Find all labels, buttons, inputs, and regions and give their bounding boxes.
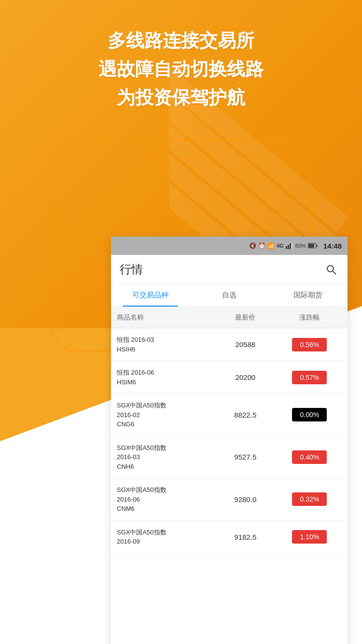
svg-point-7: [327, 266, 334, 272]
phone-screen: 🔇 ⏰ 📶 4G 80%: [111, 237, 348, 644]
col-header-price: 最新价: [213, 313, 278, 322]
search-button[interactable]: [323, 262, 339, 277]
table-row[interactable]: SGX中国A50指数 2016-03 CNH6 9527.5 0.40%: [111, 436, 348, 479]
tab-international[interactable]: 国际期货: [269, 284, 348, 307]
tab-watchlist[interactable]: 自选: [190, 284, 268, 307]
header-line2: 遇故障自动切换线路: [0, 55, 362, 84]
row-price-4: 9527.5: [213, 453, 278, 461]
svg-rect-1: [288, 245, 289, 249]
phone-side-btn-left2: [50, 204, 52, 231]
row-name-4: SGX中国A50指数 2016-03 CNH6: [117, 443, 213, 472]
row-name-5: SGX中国A50指数 2016-06 CNM6: [117, 485, 213, 514]
change-badge-1: 0.56%: [292, 338, 327, 351]
svg-rect-6: [317, 245, 318, 247]
table-row[interactable]: SGX中国A50指数 2016-09 9182.5 1.10%: [111, 521, 348, 554]
row-price-2: 20200: [213, 373, 278, 381]
header-line1: 多线路连接交易所: [0, 27, 362, 55]
phone-side-btn-right: [310, 190, 312, 214]
battery-percent: 80%: [295, 243, 306, 249]
row-change-2: 0.57%: [278, 371, 342, 384]
table-row[interactable]: SGX中国A50指数 2016-02 CNG6 8822.5 0.00%: [111, 394, 348, 436]
table-row[interactable]: 恒指 2016-03 HSIH6 20588 0.56%: [111, 328, 348, 361]
svg-rect-2: [290, 243, 291, 249]
row-price-5: 9280.0: [213, 495, 278, 504]
table-row[interactable]: 恒指 2016-06 HSIM6 20200 0.57%: [111, 361, 348, 394]
svg-rect-5: [308, 244, 314, 248]
alarm-icon: ⏰: [258, 242, 265, 249]
row-price-1: 20588: [213, 340, 278, 349]
svg-rect-0: [286, 246, 287, 249]
change-badge-5: 0.32%: [292, 492, 327, 506]
app-header: 行情: [111, 255, 348, 284]
status-time: 14:48: [323, 242, 342, 250]
row-change-3: 0.00%: [278, 408, 342, 421]
svg-rect-3: [292, 242, 293, 249]
row-name-6: SGX中国A50指数 2016-09: [117, 528, 213, 546]
row-price-6: 9182.5: [213, 533, 278, 541]
table-row[interactable]: SGX中国A50指数 2016-06 CNM6 9280.0 0.32%: [111, 478, 348, 521]
mute-icon: 🔇: [249, 242, 256, 249]
header-line3: 为投资保驾护航: [0, 84, 362, 112]
change-badge-6: 1.10%: [292, 530, 327, 544]
row-change-4: 0.40%: [278, 450, 342, 464]
row-change-1: 0.56%: [278, 338, 342, 351]
phone-side-btn-left1: [50, 180, 52, 197]
svg-line-8: [333, 271, 336, 274]
change-badge-2: 0.57%: [292, 371, 327, 384]
phone-mockup: 🔇 ⏰ 📶 4G 80%: [51, 140, 311, 644]
tab-navigation: 可交易品种 自选 国际期货: [111, 284, 348, 307]
status-icons: 🔇 ⏰ 📶 4G 80%: [249, 242, 318, 249]
phone-camera: [148, 154, 156, 162]
row-change-6: 1.10%: [278, 530, 342, 544]
header-text-block: 多线路连接交易所 遇故障自动切换线路 为投资保驾护航: [0, 27, 362, 112]
row-name-3: SGX中国A50指数 2016-02 CNG6: [117, 401, 213, 429]
signal-icon: [286, 242, 293, 249]
row-name-1: 恒指 2016-03 HSIH6: [117, 335, 213, 354]
row-price-3: 8822.5: [213, 411, 278, 419]
app-title: 行情: [120, 262, 323, 277]
change-badge-4: 0.40%: [292, 450, 327, 464]
search-icon: [325, 264, 337, 275]
tab-tradable[interactable]: 可交易品种: [111, 284, 190, 307]
row-name-2: 恒指 2016-06 HSIM6: [117, 368, 213, 387]
row-change-5: 0.32%: [278, 492, 342, 506]
status-bar: 🔇 ⏰ 📶 4G 80%: [111, 237, 348, 255]
table-body: 恒指 2016-03 HSIH6 20588 0.56% 恒指 2016-06 …: [111, 328, 348, 554]
change-badge-3: 0.00%: [292, 408, 327, 421]
col-header-name: 商品名称: [117, 313, 213, 322]
battery-icon: [308, 243, 318, 249]
col-header-change: 涨跌幅: [278, 313, 342, 322]
network-type: 4G: [277, 243, 284, 249]
table-header: 商品名称 最新价 涨跌幅: [111, 307, 348, 328]
wifi-icon: 📶: [267, 242, 275, 249]
